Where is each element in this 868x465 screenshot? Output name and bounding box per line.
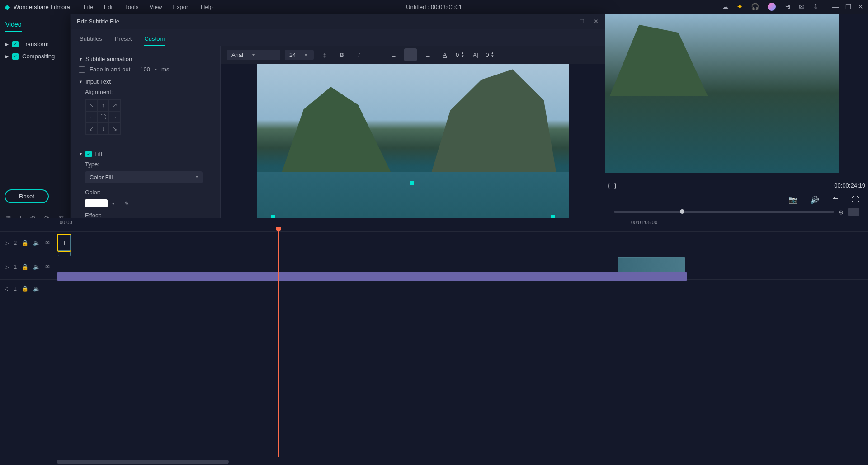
tracking-stepper[interactable]: 0 ▴▾ <box>486 52 494 58</box>
main-playhead[interactable] <box>278 230 279 457</box>
track-lane[interactable] <box>57 280 868 297</box>
align-bottom-right[interactable]: ↘ <box>109 123 121 135</box>
compositing-checkbox[interactable]: ✓ <box>12 53 19 60</box>
line-height-icon[interactable]: ‡ <box>318 48 331 61</box>
menu-tools[interactable]: Tools <box>125 4 138 10</box>
timeline-scrollbar[interactable] <box>57 460 229 464</box>
type-select[interactable]: Color Fill ▾ <box>85 171 203 183</box>
right-zoom-slider[interactable] <box>614 211 834 213</box>
menu-view[interactable]: View <box>149 4 162 10</box>
tab-custom[interactable]: Custom <box>144 33 165 46</box>
rotate-handle[interactable] <box>410 181 414 185</box>
menu-export[interactable]: Export <box>173 4 190 10</box>
brace-close[interactable]: } <box>614 182 616 189</box>
align-right[interactable]: → <box>109 111 121 123</box>
input-text-section[interactable]: ▼ Input Text <box>79 78 212 85</box>
reset-button[interactable]: Reset <box>5 189 49 203</box>
spacing-stepper[interactable]: 0 ▴▾ <box>456 52 464 58</box>
tab-subtitles[interactable]: Subtitles <box>80 33 102 46</box>
main-ruler[interactable]: 00:00 00:01:05:00 <box>57 220 865 230</box>
video-clip[interactable] <box>618 257 685 273</box>
modal-minimize-icon[interactable]: — <box>564 18 570 25</box>
size-select[interactable]: 24 ▾ <box>285 50 314 60</box>
text-clip-selected[interactable]: T <box>58 235 71 251</box>
align-top-right[interactable]: ↗ <box>109 99 121 111</box>
fill-checkbox[interactable]: ✓ <box>85 151 92 157</box>
right-meta-row: { } 00:00:24:19 <box>608 182 865 189</box>
window-minimize-icon[interactable]: — <box>832 3 839 11</box>
chevron-down-icon[interactable]: ▾ <box>112 201 114 206</box>
mail-icon[interactable]: ✉ <box>799 3 805 11</box>
avatar-icon[interactable] <box>768 3 776 11</box>
folder-icon[interactable]: 🗀 <box>832 196 839 204</box>
volume-icon[interactable]: 🔊 <box>810 196 819 204</box>
letter-spacing-icon[interactable]: |A| <box>468 48 481 61</box>
fade-ms-value[interactable]: 100 <box>140 66 150 73</box>
eyedropper-icon[interactable]: ✎ <box>124 200 129 207</box>
bold-button[interactable]: B <box>335 48 348 61</box>
transform-item[interactable]: ▶ ✓ Transform <box>5 38 65 50</box>
cloud-icon[interactable]: ☁ <box>722 3 729 11</box>
track-lane[interactable] <box>57 254 868 279</box>
visibility-icon[interactable]: 👁 <box>45 263 51 270</box>
fade-checkbox[interactable] <box>79 66 85 73</box>
align-center-button[interactable]: ≣ <box>387 48 400 61</box>
mute-icon[interactable]: 🔈 <box>33 285 40 292</box>
window-maximize-icon[interactable]: ❐ <box>845 3 851 11</box>
transform-label: Transform <box>22 41 49 47</box>
menu-edit[interactable]: Edit <box>104 4 114 10</box>
menu-file[interactable]: File <box>84 4 93 10</box>
lock-icon[interactable]: 🔒 <box>21 240 28 246</box>
track-lane[interactable]: T <box>57 232 868 254</box>
align-bottom[interactable]: ↓ <box>97 123 109 135</box>
align-right-button[interactable]: ≡ <box>404 48 417 61</box>
track-icon[interactable]: ▷ <box>5 240 9 246</box>
waveform-toggle[interactable] <box>848 208 859 216</box>
modal-close-icon[interactable]: ✕ <box>594 18 599 25</box>
align-left-button[interactable]: ≡ <box>370 48 382 61</box>
align-left[interactable]: ← <box>85 111 97 123</box>
menu-help[interactable]: Help <box>201 4 213 10</box>
align-justify-button[interactable]: ≣ <box>421 48 434 61</box>
chevron-down-icon[interactable]: ▾ <box>155 67 157 72</box>
zoom-thumb[interactable] <box>680 209 684 214</box>
transform-checkbox[interactable]: ✓ <box>12 41 19 47</box>
size-value: 24 <box>289 52 296 58</box>
align-center[interactable]: ⛶ <box>97 111 109 123</box>
lightbulb-icon[interactable]: ✦ <box>737 3 743 11</box>
text-color-button[interactable]: A <box>439 48 451 61</box>
mute-icon[interactable]: 🔈 <box>33 240 40 246</box>
video-tab[interactable]: Video <box>5 18 22 32</box>
subtitle-animation-section[interactable]: ▼ Subtitle animation <box>79 56 212 62</box>
lock-icon[interactable]: 🔒 <box>21 285 28 292</box>
zoom-in-icon[interactable]: ⊕ <box>839 209 844 216</box>
modal-title: Edit Subtitle File <box>77 18 119 25</box>
compositing-item[interactable]: ▶ ✓ Compositing <box>5 50 65 62</box>
lock-icon[interactable]: 🔒 <box>21 263 28 270</box>
headset-icon[interactable]: 🎧 <box>751 3 760 11</box>
mute-icon[interactable]: 🔈 <box>33 263 40 270</box>
mic-icon[interactable]: ⇩ <box>813 3 819 11</box>
caret-down-icon: ▼ <box>79 152 83 156</box>
italic-button[interactable]: I <box>353 48 365 61</box>
fill-section[interactable]: ▼ ✓ Fill <box>79 150 212 157</box>
modal-maximize-icon[interactable]: ☐ <box>579 18 585 25</box>
audio-track-icon[interactable]: ♫ <box>5 285 9 292</box>
color-swatch[interactable] <box>85 199 108 207</box>
align-top-left[interactable]: ↖ <box>85 99 97 111</box>
align-bottom-left[interactable]: ↙ <box>85 123 97 135</box>
fade-label: Fade in and out <box>90 66 130 73</box>
fullscreen-icon[interactable]: ⛶ <box>852 196 859 204</box>
window-close-icon[interactable]: ✕ <box>858 3 863 11</box>
align-top[interactable]: ↑ <box>97 99 109 111</box>
save-icon[interactable]: 🖫 <box>784 3 791 11</box>
type-value: Color Fill <box>90 174 113 181</box>
font-select[interactable]: Arial ▾ <box>227 50 280 60</box>
visibility-icon[interactable]: 👁 <box>45 240 51 246</box>
chevron-down-icon: ▾ <box>196 174 198 181</box>
track-icon[interactable]: ▷ <box>5 263 9 270</box>
font-value: Arial <box>231 52 243 58</box>
camera-icon[interactable]: 📷 <box>788 196 797 204</box>
tab-preset[interactable]: Preset <box>115 33 132 46</box>
brace-open[interactable]: { <box>608 182 609 189</box>
